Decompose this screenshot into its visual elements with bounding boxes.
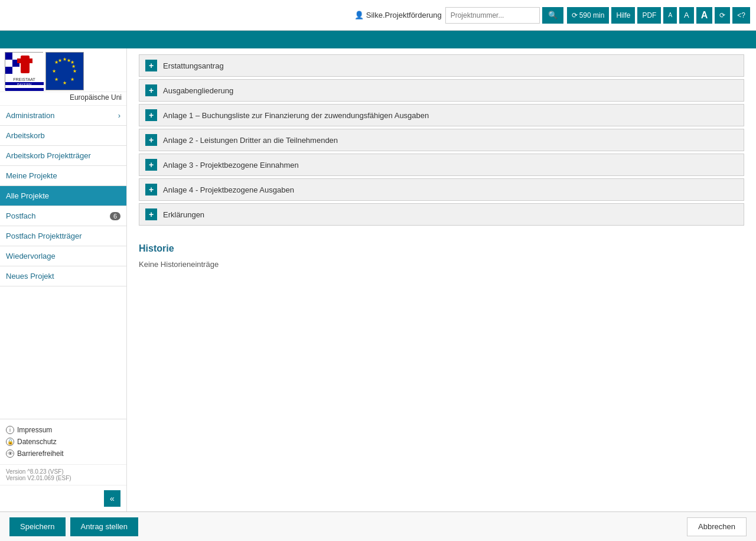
sidebar-item-label: Alle Projekte <box>6 191 49 200</box>
sidebar: FREISTAAT BAYERN ★ ★ ★ ★ ★ ★ ★ ★ ★ <box>0 48 127 511</box>
sidebar-item-label: Neues Projekt <box>6 272 54 281</box>
collapse-sidebar-button[interactable]: « <box>104 490 120 507</box>
accordion-item-anlage1: + Anlage 1 – Buchungsliste zur Finanzier… <box>139 104 744 126</box>
user-info: 👤 Silke.Projektförderung <box>354 11 442 19</box>
accordion-header[interactable]: + Erstattungsantrag <box>139 55 744 76</box>
sidebar-item-alle-projekte[interactable]: Alle Projekte <box>0 186 126 206</box>
eye-icon: 👁 <box>6 449 14 458</box>
timer-button[interactable]: ⟳ 590 min <box>567 7 610 24</box>
sidebar-item-meine-projekte[interactable]: Meine Projekte <box>0 166 126 186</box>
barrierefreiheit-link[interactable]: 👁 Barrierefreiheit <box>6 448 120 459</box>
sidebar-item-label: Arbeitskorb Projektträger <box>6 151 91 160</box>
accordion-item-anlage2: + Anlage 2 - Leistungen Dritter an die T… <box>139 129 744 151</box>
svg-text:★: ★ <box>52 69 56 74</box>
accordion-header[interactable]: + Ausgabengliederung <box>139 80 744 101</box>
accordion-header[interactable]: + Anlage 1 – Buchungsliste zur Finanzier… <box>139 105 744 126</box>
accordion-header[interactable]: + Anlage 3 - Projektbezogene Einnahmen <box>139 154 744 175</box>
accordion-label: Anlage 2 - Leistungen Dritter an die Tei… <box>163 136 338 145</box>
search-button[interactable]: 🔍 <box>542 7 563 24</box>
expand-button[interactable]: + <box>145 84 157 96</box>
sidebar-item-label: Administration <box>6 111 54 120</box>
antrag-stellen-button[interactable]: Antrag stellen <box>70 517 139 536</box>
datenschutz-link[interactable]: 🔒 Datenschutz <box>6 436 120 448</box>
svg-text:★: ★ <box>63 57 67 62</box>
impressum-link[interactable]: i Impressum <box>6 424 120 436</box>
bottom-bar-left: Speichern Antrag stellen <box>9 517 138 536</box>
sidebar-item-label: Wiedervorlage <box>6 252 56 260</box>
impressum-label: Impressum <box>17 426 52 434</box>
content-area: + Erstattungsantrag + Ausgabengliederung… <box>127 48 756 511</box>
font-med-button[interactable]: A <box>679 7 694 24</box>
accordion-item-ausgabengliederung: + Ausgabengliederung <box>139 79 744 102</box>
svg-text:BAYERN: BAYERN <box>17 83 31 86</box>
timer-label: 590 min <box>579 11 605 19</box>
blue-banner <box>0 31 756 48</box>
expand-button[interactable]: + <box>145 208 157 220</box>
accordion-item-anlage3: + Anlage 3 - Projektbezogene Einnahmen <box>139 154 744 176</box>
search-box: 🔍 <box>445 7 563 24</box>
svg-rect-3 <box>5 60 12 67</box>
svg-rect-9 <box>28 58 32 63</box>
accordion-label: Anlage 4 - Projektbezogene Ausgaben <box>163 185 294 194</box>
historie-title: Historie <box>139 243 744 254</box>
sidebar-footer: i Impressum 🔒 Datenschutz 👁 Barrierefrei… <box>0 419 126 464</box>
help-question-button[interactable]: <? <box>732 7 750 24</box>
expand-button[interactable]: + <box>145 60 157 71</box>
user-icon: 👤 <box>354 11 364 19</box>
sidebar-item-label: Postfach <box>6 211 36 220</box>
sidebar-item-neues-projekt[interactable]: Neues Projekt <box>0 266 126 286</box>
speichern-button[interactable]: Speichern <box>9 517 66 536</box>
search-input[interactable] <box>445 7 540 24</box>
accordion-label: Anlage 1 – Buchungsliste zur Finanzierun… <box>163 111 429 120</box>
eu-flag: ★ ★ ★ ★ ★ ★ ★ ★ ★ ★ ★ <box>45 52 84 90</box>
expand-button[interactable]: + <box>145 134 157 146</box>
hilfe-button[interactable]: Hilfe <box>611 7 635 24</box>
sidebar-nav: Administration › Arbeitskorb Arbeitskorb… <box>0 106 126 419</box>
version-line2: Version V2.01.069 (ESF) <box>6 475 120 481</box>
accordion-header[interactable]: + Anlage 2 - Leistungen Dritter an die T… <box>139 129 744 151</box>
refresh-button[interactable]: ⟳ <box>715 7 730 24</box>
pdf-button[interactable]: PDF <box>637 7 661 24</box>
font-large-button[interactable]: A <box>696 7 713 24</box>
expand-button[interactable]: + <box>145 184 157 195</box>
svg-rect-1 <box>5 53 12 60</box>
no-entries-text: Keine Historieneinträge <box>139 260 744 269</box>
svg-text:★: ★ <box>67 58 71 63</box>
svg-text:★: ★ <box>54 77 58 82</box>
sidebar-item-postfach-pt[interactable]: Postfach Projektträger <box>0 226 126 246</box>
version-line1: Version ^8.0.23 (VSF) <box>6 468 120 475</box>
accordion: + Erstattungsantrag + Ausgabengliederung… <box>139 54 744 226</box>
postfach-badge: 6 <box>110 212 120 220</box>
accordion-label: Erklärungen <box>163 210 204 219</box>
sidebar-item-wiedervorlage[interactable]: Wiedervorlage <box>0 246 126 266</box>
svg-rect-6 <box>12 67 19 74</box>
sidebar-item-arbeitskorb-pt[interactable]: Arbeitskorb Projektträger <box>0 146 126 166</box>
refresh-icon: ⟳ <box>572 11 578 19</box>
sidebar-item-postfach[interactable]: Postfach 6 <box>0 206 126 226</box>
svg-rect-5 <box>5 67 12 74</box>
font-small-button[interactable]: A <box>663 7 677 24</box>
accordion-item-erklaerungen: + Erklärungen <box>139 203 744 226</box>
bottom-bar: Speichern Antrag stellen Abbrechen <box>0 511 756 541</box>
svg-rect-8 <box>17 58 23 63</box>
sidebar-item-label: Meine Projekte <box>6 171 57 180</box>
sidebar-item-label: Postfach Projektträger <box>6 232 82 240</box>
accordion-header[interactable]: + Anlage 4 - Projektbezogene Ausgaben <box>139 179 744 200</box>
expand-button[interactable]: + <box>145 109 157 121</box>
datenschutz-label: Datenschutz <box>17 438 57 446</box>
svg-text:★: ★ <box>70 77 74 82</box>
accordion-header[interactable]: + Erklärungen <box>139 204 744 225</box>
chevron-right-icon: › <box>118 111 120 120</box>
sidebar-item-arbeitskorb[interactable]: Arbeitskorb <box>0 126 126 146</box>
expand-button[interactable]: + <box>145 159 157 171</box>
abbrechen-button[interactable]: Abbrechen <box>687 517 747 536</box>
svg-text:FREISTAAT: FREISTAAT <box>13 77 35 82</box>
sidebar-item-administration[interactable]: Administration › <box>0 106 126 126</box>
accordion-label: Erstattungsantrag <box>163 61 224 70</box>
historie-section: Historie Keine Historieneinträge <box>139 237 744 275</box>
sidebar-item-label: Arbeitskorb <box>6 131 45 140</box>
svg-text:★: ★ <box>71 64 76 69</box>
bayern-logo: FREISTAAT BAYERN <box>5 52 43 90</box>
svg-text:★: ★ <box>58 58 62 63</box>
info-icon: i <box>6 426 14 434</box>
